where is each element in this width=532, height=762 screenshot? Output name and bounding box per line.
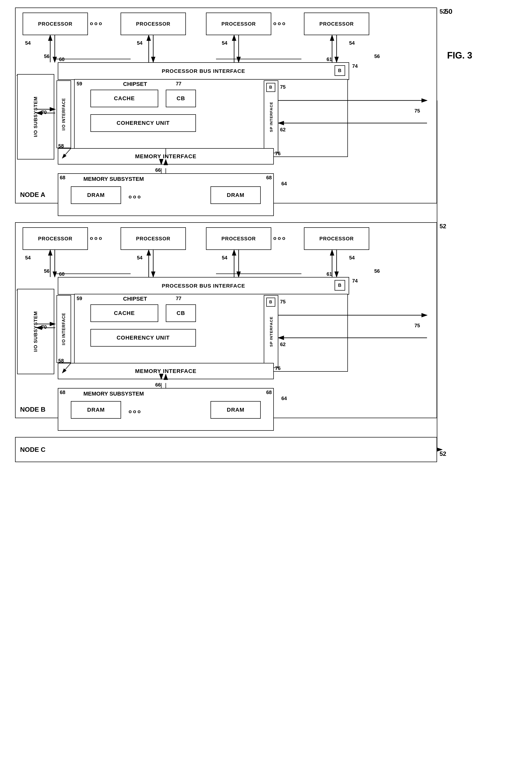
diagram-container: FIG. 3 50 52 NODE A PROCESSOR o o o PROC… [0,0,532,762]
ref-76-b: 76 [275,365,280,371]
ref-54-b2: 54 [137,255,142,261]
dram-b-left: DRAM [71,401,121,419]
ref-54-b4: 54 [349,255,355,261]
ellipsis-dram-b: o o o [129,409,141,415]
ellipsis-b12: o o o [90,235,102,241]
ellipsis-dram-a: o o o [129,194,141,200]
ref-75-b2: 75 [415,323,420,329]
coherency-unit-b: COHERENCY UNIT [90,329,196,346]
ref-59-a: 59 [77,81,82,87]
io-subsystem-a: I/O SUBSYSTEM [17,74,54,160]
ref-54-a2: 54 [137,40,142,46]
b-box-sp-a: B [266,83,275,92]
ref-56-a1: 56 [44,53,49,59]
ref-74-a: 74 [352,63,358,69]
dram-a-right: DRAM [210,187,261,204]
ref-56-b2: 56 [374,268,380,274]
ref-68-a-left: 68 [60,175,65,181]
ref-75-b1: 75 [280,299,286,305]
processor-b2: PROCESSOR [120,227,186,250]
node-a-label: NODE A [20,191,45,199]
b-box-b: B [335,280,345,291]
sp-interface-b: SP INTERFACE B [264,295,278,368]
ref-64-a: 64 [281,181,287,187]
ref-61-a: 61 [327,56,332,62]
ref-54-b1: 54 [25,255,31,261]
ref-76-a: 76 [275,151,280,156]
node-c-outer-box [15,437,437,462]
ref-64-b: 64 [281,396,287,401]
ref-60-a: 60 [59,56,65,62]
ref-54-a3: 54 [222,40,227,46]
memory-sub-outer-a: 68 MEMORY SUBSYSTEM 68 DRAM o o o DRAM [58,173,274,216]
io-interface-b: I/O INTERFACE [56,295,71,363]
chipset-label-b: CHIPSET [123,296,147,302]
ref-60-b: 60 [59,271,65,277]
io-interface-a: I/O INTERFACE [56,80,71,148]
ref-54-b3: 54 [222,255,227,261]
ref-74-b: 74 [352,278,358,284]
ref-75-a1: 75 [280,84,286,90]
cb-a: CB [166,90,196,107]
memory-subsystem-b: MEMORY SUBSYSTEM [83,391,144,397]
ellipsis-a12: o o o [90,21,102,26]
ref-70-b: 70 [41,324,47,330]
node-c-label: NODE C [20,446,45,454]
proc-bus-interface-a: PROCESSOR BUS INTERFACE B [58,62,349,80]
ref-66-a: 66 [155,167,161,173]
memory-interface-a: MEMORY INTERFACE [58,148,274,165]
sp-interface-a: SP INTERFACE B [264,80,278,153]
memory-subsystem-a: MEMORY SUBSYSTEM [83,176,144,182]
b-box-sp-b: B [266,298,275,307]
ellipsis-a34: o o o [273,21,285,26]
processor-a2: PROCESSOR [120,13,186,35]
ref-77-b: 77 [176,296,181,301]
ref-75-a2: 75 [415,108,420,114]
ref-54-a4: 54 [349,40,355,46]
ref-56-b1: 56 [44,268,49,274]
dram-b-right: DRAM [210,401,261,419]
ref-66-b: 66 [155,382,161,388]
ref-70-a: 70 [41,110,47,115]
ref-61-b: 61 [327,271,332,277]
memory-sub-outer-b: 68 MEMORY SUBSYSTEM 68 DRAM o o o DRAM [58,388,274,431]
ref-54-a1: 54 [25,40,31,46]
cache-a: CACHE [90,90,158,107]
fig-title: FIG. 3 [447,50,472,61]
memory-interface-b: MEMORY INTERFACE [58,363,274,379]
ref-56-a2: 56 [374,53,380,59]
ref-59-b: 59 [77,296,82,301]
processor-a4: PROCESSOR [304,13,369,35]
processor-b4: PROCESSOR [304,227,369,250]
ref-68-b-right: 68 [266,390,272,395]
processor-a1: PROCESSOR [23,13,88,35]
cb-b: CB [166,304,196,322]
node-c-label-52: 52 [439,450,446,457]
ref-77-a: 77 [176,81,181,87]
dram-a-left: DRAM [71,187,121,204]
node-b-label: NODE B [20,406,45,414]
proc-bus-interface-b: PROCESSOR BUS INTERFACE B [58,277,349,295]
chipset-label-a: CHIPSET [123,81,147,87]
ref-68-b-left: 68 [60,390,65,395]
ref-62-b: 62 [280,342,286,347]
io-subsystem-b: I/O SUBSYSTEM [17,289,54,374]
node-b-label-52: 52 [439,223,446,230]
ref-68-a-right: 68 [266,175,272,181]
ref-62-a: 62 [280,127,286,133]
processor-a3: PROCESSOR [206,13,271,35]
processor-b1: PROCESSOR [23,227,88,250]
processor-b3: PROCESSOR [206,227,271,250]
cache-b: CACHE [90,304,158,322]
ellipsis-b34: o o o [273,235,285,241]
node-a-label-52: 52 [439,8,446,15]
coherency-unit-a: COHERENCY UNIT [90,114,196,132]
b-box-a: B [335,65,345,76]
